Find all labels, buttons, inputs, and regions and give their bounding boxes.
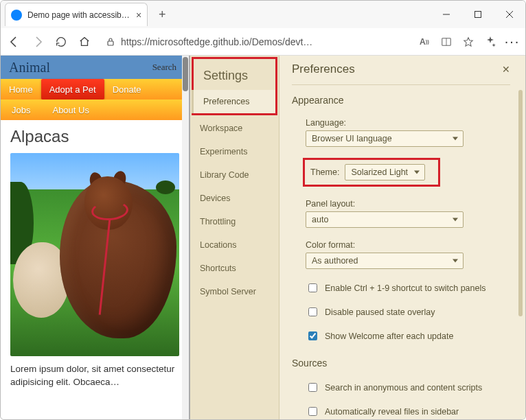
url-bar: https://microsoftedge.github.io/Demos/de… bbox=[1, 28, 525, 56]
article-body: Lorem ipsum dolor, sit amet consectetur … bbox=[10, 363, 179, 389]
copilot-icon[interactable] bbox=[484, 36, 496, 48]
sidebar-item-symbol[interactable]: Symbol Server bbox=[190, 280, 279, 303]
read-aloud-icon[interactable]: A)) bbox=[418, 36, 431, 48]
nav-donate[interactable]: Donate bbox=[104, 84, 150, 95]
titlebar: Demo page with accessibility iss… × + bbox=[1, 1, 525, 28]
language-select[interactable]: Browser UI language bbox=[306, 130, 464, 147]
highlight-box-sidebar: Settings Preferences bbox=[192, 57, 277, 115]
preferences-title: Preferences bbox=[292, 62, 355, 76]
highlight-box-theme: Theme: Solarized Light bbox=[303, 158, 440, 187]
chk-reveal-files[interactable]: Automatically reveal files in sidebar bbox=[306, 405, 510, 418]
sidebar-item-locations[interactable]: Locations bbox=[190, 233, 279, 257]
devtools-settings: Settings Preferences Workspace Experimen… bbox=[190, 56, 525, 419]
nav-about[interactable]: About Us bbox=[41, 105, 100, 115]
close-settings-button[interactable]: ✕ bbox=[502, 64, 510, 75]
back-button[interactable] bbox=[8, 35, 21, 49]
chk-paused-overlay[interactable]: Disable paused state overlay bbox=[306, 305, 510, 318]
nav-jobs[interactable]: Jobs bbox=[1, 105, 41, 115]
section-appearance: Appearance bbox=[292, 95, 510, 106]
page-scrollbar[interactable] bbox=[182, 56, 189, 419]
sidebar-item-library[interactable]: Library Code bbox=[190, 163, 279, 187]
minimize-button[interactable] bbox=[431, 1, 462, 28]
chk-ctrl-shortcut[interactable]: Enable Ctrl + 1-9 shortcut to switch pan… bbox=[306, 281, 510, 294]
webpage-pane: Animal Search Home Adopt a Pet Donate Jo… bbox=[1, 56, 190, 419]
site-logo: Animal Search bbox=[1, 56, 189, 79]
secondary-nav: Jobs About Us bbox=[1, 100, 189, 120]
language-label: Language: bbox=[306, 118, 510, 128]
refresh-button[interactable] bbox=[54, 35, 68, 49]
url-text: https://microsoftedge.github.io/Demos/de… bbox=[121, 36, 313, 47]
primary-nav: Home Adopt a Pet Donate bbox=[1, 79, 189, 100]
maximize-button[interactable] bbox=[462, 1, 494, 28]
sidebar-item-preferences[interactable]: Preferences bbox=[192, 90, 275, 113]
new-tab-button[interactable]: + bbox=[152, 4, 172, 25]
lock-icon bbox=[106, 37, 115, 47]
close-tab-icon[interactable]: × bbox=[136, 10, 141, 20]
devtools-scrollbar[interactable] bbox=[518, 90, 523, 316]
color-format-label: Color format: bbox=[306, 240, 510, 250]
tab-title: Demo page with accessibility iss… bbox=[27, 10, 130, 20]
favorite-icon[interactable] bbox=[462, 36, 474, 48]
nav-adopt[interactable]: Adopt a Pet bbox=[41, 79, 104, 100]
theme-select[interactable]: Solarized Light bbox=[345, 164, 425, 180]
svg-rect-4 bbox=[108, 41, 113, 45]
chk-welcome[interactable]: Show Welcome after each update bbox=[306, 329, 510, 342]
sidebar-item-experiments[interactable]: Experiments bbox=[190, 140, 279, 163]
sidebar-item-shortcuts[interactable]: Shortcuts bbox=[190, 257, 279, 280]
chk-search-anon[interactable]: Search in anonymous and content scripts bbox=[306, 381, 510, 394]
section-sources: Sources bbox=[292, 358, 510, 369]
browser-tab[interactable]: Demo page with accessibility iss… × bbox=[5, 3, 148, 26]
divider bbox=[292, 84, 510, 85]
settings-heading: Settings bbox=[194, 59, 275, 90]
color-format-select[interactable]: As authored bbox=[306, 253, 464, 269]
sidebar-item-throttling[interactable]: Throttling bbox=[190, 210, 279, 233]
theme-label: Theme: bbox=[310, 167, 339, 177]
preferences-panel: Preferences ✕ Appearance Language: Brows… bbox=[279, 56, 525, 419]
settings-sidebar: Settings Preferences Workspace Experimen… bbox=[190, 56, 279, 419]
home-button[interactable] bbox=[78, 35, 91, 49]
alpaca-photo bbox=[10, 153, 179, 356]
reader-icon[interactable] bbox=[440, 36, 453, 48]
nav-home[interactable]: Home bbox=[1, 84, 41, 95]
more-menu-button[interactable]: ··· bbox=[506, 36, 518, 48]
svg-rect-1 bbox=[475, 12, 481, 18]
sidebar-item-devices[interactable]: Devices bbox=[190, 187, 279, 210]
page-heading: Alpacas bbox=[10, 127, 179, 146]
favicon-icon bbox=[11, 10, 22, 21]
address-bar[interactable]: https://microsoftedge.github.io/Demos/de… bbox=[101, 33, 409, 51]
sidebar-item-workspace[interactable]: Workspace bbox=[190, 117, 279, 140]
panel-layout-select[interactable]: auto bbox=[306, 211, 464, 228]
panel-layout-label: Panel layout: bbox=[306, 199, 510, 209]
close-window-button[interactable] bbox=[494, 1, 525, 28]
forward-button[interactable] bbox=[31, 35, 45, 49]
